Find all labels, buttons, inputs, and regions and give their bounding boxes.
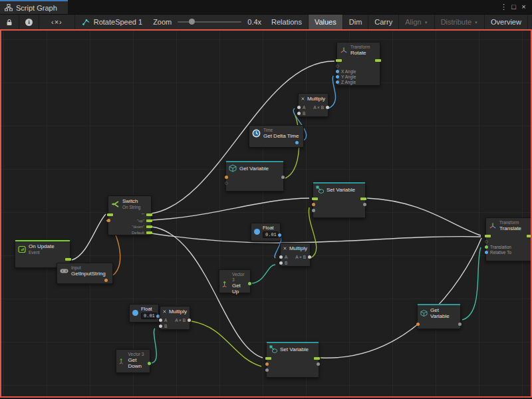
dim-button[interactable]: Dim [343,15,369,29]
clear-value-button[interactable]: ‹×› [39,15,75,29]
name-port[interactable] [225,176,228,179]
node-multiply-mid[interactable]: Multiply AA × B B [280,243,311,267]
case-label: "" [142,213,144,217]
port-label: Relative To [490,250,511,255]
wire-flow[interactable] [152,233,481,243]
window-menu-icon[interactable]: ⋮ [499,3,509,11]
tab-script-graph[interactable]: Script Graph [0,0,68,14]
b-port[interactable] [279,261,283,265]
flow-out-port[interactable] [360,198,366,200]
breadcrumb[interactable]: RotateSpeed 1 [75,15,149,29]
node-get-variable-right[interactable]: Get Variable [417,304,461,329]
float-value-field[interactable]: 0.01 [141,313,157,319]
name-port[interactable] [312,203,315,206]
node-get-down[interactable]: Vector 3 Get Down [116,349,150,373]
float-out-port[interactable] [295,141,299,144]
value-in-port[interactable] [312,209,315,212]
target-port[interactable] [485,240,488,243]
b-port[interactable] [159,325,162,328]
node-get-up[interactable]: Vector 3 Get Up [219,269,251,293]
default-label: Default [132,231,144,235]
flow-out-port[interactable] [146,219,152,222]
wire-float[interactable] [329,76,336,108]
node-get-variable-top[interactable]: Get Variable [225,161,284,192]
values-button[interactable]: Values [309,15,343,29]
name-port[interactable] [416,323,420,326]
node-multiply-top[interactable]: Multiply AA × B B [298,93,329,117]
value-out-port[interactable] [363,203,366,206]
relations-button[interactable]: Relations [265,15,309,29]
a-port[interactable] [297,106,301,109]
translation-port[interactable] [485,245,488,249]
value-in-port[interactable] [265,368,269,372]
node-float-mid[interactable]: Float 0.01 [251,223,281,241]
node-get-delta-time[interactable]: Time Get Delta Time [249,125,304,148]
target-port[interactable] [336,65,339,68]
a-port[interactable] [159,319,162,322]
y-angle-port[interactable] [336,75,339,78]
node-float-bottom[interactable]: Float 0.01 [129,304,159,323]
zoom-slider[interactable] [178,21,241,23]
node-rotate[interactable]: Transform Rotate X Angle Y Angle Z Angle [336,42,380,86]
x-angle-port[interactable] [336,70,339,73]
flow-in-port[interactable] [312,198,318,200]
window-maximize-icon[interactable]: □ [509,3,519,11]
wire-vector[interactable] [152,329,156,363]
wire-flow[interactable] [152,198,309,220]
flow-in-port[interactable] [107,213,113,216]
node-translate[interactable]: Transform Translate Translation Relative… [485,217,532,261]
node-multiply-bottom[interactable]: Multiply AA × B B [160,306,190,330]
window-close-icon[interactable]: × [519,3,529,11]
result-port[interactable] [308,255,311,259]
distribute-dropdown[interactable]: Distribute ▼ [435,15,485,29]
string-out-port[interactable] [104,279,108,282]
info-button[interactable]: i [19,15,39,29]
float-value-field[interactable]: 0.01 [263,231,279,238]
lock-button[interactable] [0,15,19,29]
node-title: Float [263,225,279,231]
graph-canvas[interactable]: On Update Event Input GetInputString [0,29,532,398]
port-label: Y Angle [341,74,356,79]
result-port[interactable] [326,106,329,109]
fullscreen-button[interactable]: Full Screen [528,15,532,29]
object-port[interactable] [225,182,228,185]
result-port[interactable] [188,319,191,322]
align-dropdown[interactable]: Align ▼ [399,15,434,29]
flow-out-port[interactable] [375,59,381,62]
flow-out-port[interactable] [527,235,532,237]
value-out-port[interactable] [458,323,462,326]
relative-to-port[interactable] [485,251,488,254]
vector-out-port[interactable] [248,282,251,285]
wire-vector[interactable] [252,265,275,283]
flow-in-port[interactable] [265,357,271,360]
b-port[interactable] [297,112,301,115]
a-port[interactable] [279,255,283,259]
float-out-port[interactable] [278,233,281,237]
flow-out-port[interactable] [314,357,320,360]
flow-out-port[interactable] [146,213,152,216]
flow-out-port[interactable] [65,258,71,261]
z-angle-port[interactable] [336,80,339,84]
overview-button[interactable]: Overview [485,15,528,29]
wire-flow[interactable] [321,238,481,358]
node-set-variable-mid[interactable]: Set Variable [313,182,366,218]
wire-value[interactable] [192,321,261,366]
name-port[interactable] [265,362,269,366]
zoom-slider-thumb[interactable] [189,19,195,25]
flow-in-port[interactable] [336,59,342,62]
value-out-port[interactable] [317,362,320,366]
carry-button[interactable]: Carry [368,15,399,29]
flow-out-port[interactable] [146,231,152,234]
node-switch-on-string[interactable]: Switch On String "" "up" "down" Default [108,196,152,235]
flow-in-port[interactable] [485,235,491,237]
node-get-input-string[interactable]: Input GetInputString [57,263,113,284]
case-label: "down" [132,225,144,229]
tab-bar: Script Graph ⋮ □ × [0,0,532,14]
wire-flow[interactable] [367,198,481,235]
string-in-port[interactable] [107,219,110,222]
flow-out-port[interactable] [146,225,152,228]
vector-out-port[interactable] [148,362,151,365]
node-set-variable-bottom[interactable]: Set Variable [266,342,319,378]
wire-flow[interactable] [72,214,106,260]
value-out-port[interactable] [281,176,285,179]
